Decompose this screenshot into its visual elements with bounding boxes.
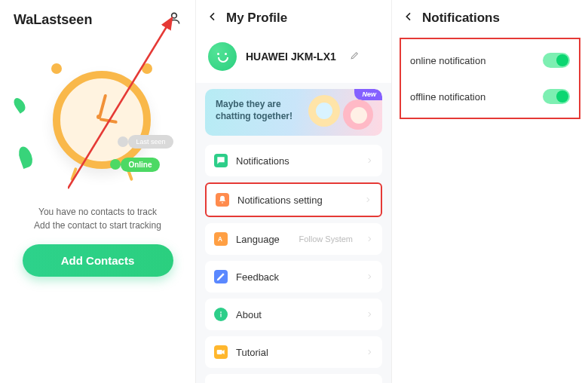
profile-row: HUAWEI JKM-LX1	[196, 33, 391, 83]
device-name: HUAWEI JKM-LX1	[246, 51, 336, 63]
profile-header: My Profile	[196, 0, 391, 33]
lang-icon: A	[214, 232, 228, 246]
info-icon	[214, 308, 228, 321]
menu-list: Notifications Notifications setting A La…	[196, 145, 391, 383]
menu-notifications[interactable]: Notifications	[205, 145, 382, 176]
add-contacts-button[interactable]: Add Contacts	[23, 244, 173, 277]
svg-point-3	[220, 311, 222, 313]
screen-notifications: Notifications online notification offlin…	[392, 0, 588, 383]
page-title: My Profile	[226, 11, 287, 26]
svg-rect-5	[217, 350, 222, 354]
toggle-online[interactable]	[543, 53, 570, 68]
chevron-right-icon	[366, 345, 373, 359]
video-icon	[214, 345, 228, 359]
toggle-row-offline: offline notification	[401, 78, 579, 115]
app-title: WaLastseen	[14, 12, 92, 28]
toggle-label: offline notification	[410, 91, 485, 103]
page-title: Notifications	[422, 11, 500, 26]
toggle-label: online notification	[410, 55, 485, 66]
menu-label: Notifications setting	[237, 195, 356, 206]
chevron-right-icon	[366, 308, 373, 321]
toggle-offline[interactable]	[543, 89, 570, 104]
menu-about[interactable]: About	[205, 299, 382, 330]
chevron-right-icon	[364, 193, 372, 207]
svg-rect-4	[220, 314, 221, 317]
menu-language[interactable]: A Language Follow System	[205, 223, 382, 255]
bubble-lastseen: Last seen	[128, 135, 173, 149]
profile-icon[interactable]	[167, 11, 182, 29]
menu-feedback[interactable]: Feedback	[205, 261, 382, 293]
chevron-right-icon	[366, 154, 373, 167]
avatar[interactable]	[208, 42, 237, 71]
home-header: WaLastseen	[0, 0, 195, 33]
svg-point-0	[172, 13, 177, 18]
menu-label: Feedback	[236, 271, 357, 283]
menu-label: About	[236, 309, 357, 320]
empty-state-text: You have no contacts to track Add the co…	[15, 205, 180, 232]
back-icon[interactable]	[207, 11, 219, 26]
menu-label: Tutorial	[236, 347, 357, 358]
chevron-right-icon	[366, 232, 373, 246]
back-icon[interactable]	[403, 11, 415, 26]
notification-toggle-list: online notification offline notification	[400, 38, 580, 119]
empty-line2: Add the contact to start tracking	[15, 219, 180, 232]
notifications-header: Notifications	[392, 0, 588, 33]
promo-badge: New	[354, 89, 382, 100]
toggle-row-online: online notification	[401, 42, 579, 78]
menu-notifications-setting[interactable]: Notifications setting	[205, 182, 382, 217]
menu-tutorial[interactable]: Tutorial	[205, 336, 382, 368]
menu-sublabel: Follow System	[299, 234, 353, 244]
empty-state-illustration: Last seen Online	[15, 56, 181, 192]
svg-text:A: A	[218, 236, 222, 243]
bubble-online: Online	[121, 158, 159, 172]
pencil-icon	[214, 270, 228, 283]
promo-text: Maybe they are chatting together!	[216, 98, 306, 122]
bell-icon	[216, 193, 229, 207]
promo-banner[interactable]: New Maybe they are chatting together!	[205, 89, 382, 136]
menu-label: Language	[236, 234, 290, 245]
chevron-right-icon	[366, 270, 373, 283]
empty-line1: You have no contacts to track	[15, 205, 180, 219]
menu-learn-more[interactable]: Learn More	[205, 374, 382, 383]
screen-home: WaLastseen Last seen Online You have no …	[0, 0, 196, 383]
screen-my-profile: My Profile HUAWEI JKM-LX1 New Maybe they…	[196, 0, 392, 383]
edit-icon[interactable]	[345, 50, 360, 63]
menu-label: Notifications	[236, 155, 357, 167]
chat-icon	[214, 154, 228, 167]
